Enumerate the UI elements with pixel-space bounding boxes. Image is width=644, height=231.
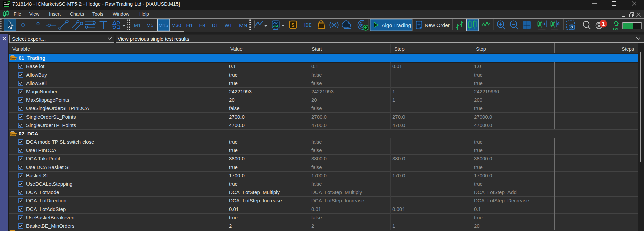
svg-text:$: $ xyxy=(291,22,294,28)
svg-text:LVL: LVL xyxy=(613,27,619,31)
svg-text:IDE: IDE xyxy=(304,22,312,28)
svg-text:IC: IC xyxy=(7,1,10,4)
svg-text:1: 1 xyxy=(602,21,605,27)
